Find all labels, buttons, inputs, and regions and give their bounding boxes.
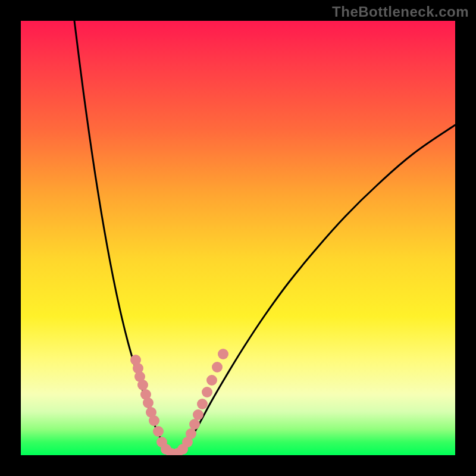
curve-marker	[153, 426, 164, 437]
curve-marker	[218, 349, 228, 359]
curve-marker	[193, 409, 203, 420]
curve-markers	[130, 349, 228, 455]
plot-area	[21, 21, 455, 455]
curve-marker	[189, 419, 200, 430]
curve-marker	[137, 380, 148, 390]
curve-layer	[21, 21, 455, 455]
curve-marker	[143, 397, 154, 408]
curve-marker	[202, 387, 212, 397]
curve-marker	[149, 415, 159, 426]
watermark-text: TheBottleneck.com	[332, 4, 469, 20]
curve-marker	[197, 399, 208, 409]
bottleneck-curve	[74, 21, 455, 455]
curve-marker	[186, 428, 196, 439]
curve-marker	[206, 375, 217, 386]
chart-canvas: TheBottleneck.com	[0, 0, 476, 476]
curve-marker	[212, 362, 223, 372]
